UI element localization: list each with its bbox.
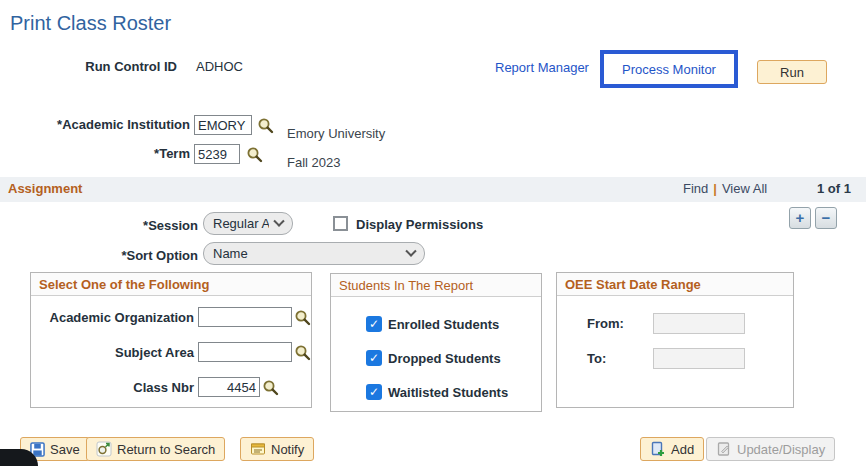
select-one-group-box: Select One of the Following Academic Org… [30, 272, 312, 408]
return-to-search-icon [96, 441, 112, 457]
students-in-report-title: Students In The Report [331, 274, 541, 297]
add-button-label: Add [671, 442, 694, 457]
waitlisted-students-label: Waitlisted Students [388, 385, 508, 400]
assignment-section-bar: Assignment Find|View All 1 of 1 [0, 177, 866, 202]
session-select-value: Regular Ac [213, 216, 269, 231]
term-input[interactable] [194, 144, 240, 164]
oee-from-input [653, 313, 745, 334]
view-all-link[interactable]: View All [722, 181, 767, 196]
subject-area-lookup-icon[interactable] [294, 344, 311, 361]
report-manager-link[interactable]: Report Manager [495, 60, 589, 75]
oee-start-date-range-title: OEE Start Date Range [557, 273, 793, 296]
subject-area-input[interactable] [198, 342, 292, 362]
class-nbr-label: Class Nbr [34, 380, 194, 395]
row-count: 1 of 1 [817, 181, 851, 196]
print-class-roster-page: Print Class Roster Run Control ID ADHOC … [0, 0, 866, 466]
term-label: *Term [0, 146, 190, 161]
run-button[interactable]: Run [757, 60, 827, 84]
dropped-students-checkbox[interactable]: ✓ [366, 350, 382, 366]
students-in-report-group-box: Students In The Report ✓ Enrolled Studen… [330, 273, 542, 412]
notify-note-icon [250, 441, 266, 457]
academic-institution-input[interactable] [194, 115, 252, 135]
find-link[interactable]: Find [683, 181, 708, 196]
waitlisted-students-checkbox[interactable]: ✓ [366, 384, 382, 400]
chevron-down-icon [273, 215, 284, 226]
find-separator: | [708, 181, 722, 196]
class-nbr-input[interactable] [198, 377, 260, 397]
oee-from-label: From: [587, 316, 632, 331]
document-plus-icon [650, 441, 666, 457]
add-row-button[interactable]: + [789, 207, 811, 229]
add-button[interactable]: Add [640, 437, 704, 461]
enrolled-students-label: Enrolled Students [388, 317, 499, 332]
return-to-search-button-label: Return to Search [117, 442, 215, 457]
academic-organization-lookup-icon[interactable] [294, 309, 311, 326]
notify-button[interactable]: Notify [240, 437, 314, 461]
sort-option-select[interactable]: Name [203, 242, 425, 265]
update-display-button-label: Update/Display [737, 442, 825, 457]
display-permissions-label: Display Permissions [356, 217, 483, 232]
return-to-search-button[interactable]: Return to Search [86, 437, 225, 461]
process-monitor-highlight-box: Process Monitor [600, 50, 738, 88]
term-lookup-icon[interactable] [246, 146, 263, 163]
run-control-id-label: Run Control ID [0, 59, 177, 74]
institution-description: Emory University [287, 126, 385, 141]
document-pencil-icon [716, 441, 732, 457]
dropped-students-label: Dropped Students [388, 351, 501, 366]
update-display-button: Update/Display [706, 437, 835, 461]
session-label: *Session [0, 218, 198, 233]
chevron-down-icon [405, 245, 416, 256]
remove-row-button[interactable]: − [815, 207, 837, 229]
institution-lookup-icon[interactable] [257, 117, 274, 134]
class-nbr-lookup-icon[interactable] [262, 379, 279, 396]
oee-to-label: To: [587, 351, 632, 366]
academic-institution-label: *Academic Institution [0, 117, 190, 132]
run-control-id-value: ADHOC [196, 59, 243, 74]
assignment-section-title: Assignment [8, 181, 82, 196]
oee-to-input [653, 348, 745, 369]
academic-organization-input[interactable] [198, 307, 292, 327]
display-permissions-checkbox[interactable] [333, 216, 348, 231]
enrolled-students-checkbox[interactable]: ✓ [366, 316, 382, 332]
subject-area-label: Subject Area [34, 345, 194, 360]
process-monitor-link[interactable]: Process Monitor [622, 62, 716, 77]
sort-option-label: *Sort Option [0, 248, 198, 263]
save-button-label: Save [50, 442, 80, 457]
session-select[interactable]: Regular Ac [203, 212, 293, 235]
notify-button-label: Notify [271, 442, 304, 457]
select-one-group-title: Select One of the Following [31, 273, 311, 296]
oee-start-date-range-group-box: OEE Start Date Range From: To: [556, 272, 794, 408]
term-description: Fall 2023 [287, 155, 340, 170]
sort-option-select-value: Name [213, 246, 401, 261]
academic-organization-label: Academic Organization [34, 310, 194, 325]
page-title: Print Class Roster [10, 12, 171, 35]
